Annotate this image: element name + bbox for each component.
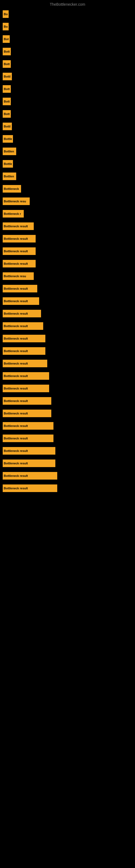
bar-13: Bottlen [3, 173, 16, 180]
bar-row: Bottleneck result [3, 260, 132, 268]
bar-1: Bo [3, 23, 9, 30]
bar-row: Bottleneck r [3, 210, 132, 218]
bar-label-29: Bottleneck result [4, 374, 28, 378]
bar-row: Bottle [3, 135, 132, 143]
bar-row: Bottle [3, 160, 132, 167]
bar-11: Bottlen [3, 148, 16, 155]
bar-26: Bottleneck result [3, 335, 45, 342]
bar-row: Bottleneck result [3, 335, 132, 342]
bar-row: Bottleneck result [3, 360, 132, 367]
bar-2: Bot [3, 35, 10, 43]
bar-row: Bott [3, 110, 132, 118]
bar-row: Bottleneck result [3, 485, 132, 492]
site-title: TheBottlenecker.com [0, 0, 135, 8]
bar-label-7: Bott [4, 100, 10, 103]
bar-row: Bottleneck [3, 185, 132, 193]
bar-row: Bottleneck result [3, 472, 132, 479]
bar-3: Bott [3, 48, 11, 55]
bar-row: Bo [3, 23, 132, 30]
bar-row: Bottleneck result [3, 310, 132, 317]
bar-row: Bottleneck result [3, 372, 132, 380]
bar-label-6: Bott [4, 87, 10, 91]
bar-row: Bottleneck result [3, 285, 132, 292]
bar-label-11: Bottlen [4, 150, 14, 153]
bar-25: Bottleneck result [3, 322, 43, 330]
bar-31: Bottleneck result [3, 397, 51, 405]
bar-label-30: Bottleneck result [4, 387, 28, 390]
bar-20: Bottleneck result [3, 260, 36, 268]
bar-label-34: Bottleneck result [4, 437, 28, 440]
bar-label-2: Bot [4, 37, 9, 41]
bar-label-24: Bottleneck result [4, 312, 28, 315]
bar-0: Bo [3, 10, 9, 18]
bar-5: Bottl [3, 73, 12, 80]
bar-row: Bo [3, 10, 132, 18]
bar-label-14: Bottleneck [4, 187, 19, 190]
bar-row: Bottleneck resu [3, 272, 132, 280]
bar-row: Bott [3, 85, 132, 93]
bar-36: Bottleneck result [3, 460, 55, 467]
bar-row: Bot [3, 35, 132, 43]
bar-label-27: Bottleneck result [4, 349, 28, 352]
bar-label-32: Bottleneck result [4, 412, 28, 415]
bar-label-15: Bottleneck resu [4, 199, 26, 203]
bar-label-18: Bottleneck result [4, 237, 28, 240]
bar-21: Bottleneck resu [3, 272, 34, 280]
bar-label-13: Bottlen [4, 175, 14, 178]
bar-22: Bottleneck result [3, 285, 37, 292]
bar-4: Bott [3, 60, 11, 68]
bar-row: Bottleneck result [3, 410, 132, 417]
bar-35: Bottleneck result [3, 447, 55, 455]
bar-label-37: Bottleneck result [4, 474, 28, 477]
bar-label-8: Bott [4, 112, 10, 116]
bar-6: Bott [3, 85, 11, 93]
bar-label-12: Bottle [4, 162, 12, 165]
bar-label-36: Bottleneck result [4, 462, 28, 465]
bar-row: Bottleneck result [3, 235, 132, 243]
bar-27: Bottleneck result [3, 347, 45, 355]
bar-10: Bottle [3, 135, 13, 143]
bar-row: Bottleneck result [3, 347, 132, 355]
bar-label-31: Bottleneck result [4, 399, 28, 403]
bar-row: Bottleneck result [3, 247, 132, 255]
bar-label-28: Bottleneck result [4, 362, 28, 365]
bar-label-10: Bottle [4, 137, 12, 141]
bar-33: Bottleneck result [3, 422, 53, 430]
bar-38: Bottleneck result [3, 485, 57, 492]
bar-row: Bottleneck result [3, 422, 132, 430]
bar-32: Bottleneck result [3, 410, 51, 417]
bar-label-20: Bottleneck result [4, 262, 28, 265]
bar-7: Bott [3, 98, 11, 105]
bar-15: Bottleneck resu [3, 197, 30, 205]
bar-label-38: Bottleneck result [4, 487, 28, 490]
bar-row: Bottleneck result [3, 447, 132, 455]
bar-16: Bottleneck r [3, 210, 24, 218]
bar-label-17: Bottleneck result [4, 225, 28, 228]
bar-label-22: Bottleneck result [4, 287, 28, 290]
bar-row: Bott [3, 98, 132, 105]
bar-row: Bottl [3, 123, 132, 130]
bar-18: Bottleneck result [3, 235, 36, 243]
bar-row: Bottlen [3, 173, 132, 180]
bar-row: Bottleneck resu [3, 197, 132, 205]
bar-28: Bottleneck result [3, 360, 47, 367]
bar-9: Bottl [3, 123, 12, 130]
bar-label-4: Bott [4, 62, 10, 66]
bar-label-26: Bottleneck result [4, 337, 28, 340]
bar-row: Bottleneck result [3, 322, 132, 330]
bar-row: Bottleneck result [3, 397, 132, 405]
bar-row: Bottleneck result [3, 460, 132, 467]
bar-label-35: Bottleneck result [4, 449, 28, 453]
bar-label-3: Bott [4, 50, 10, 53]
bar-19: Bottleneck result [3, 247, 36, 255]
bar-29: Bottleneck result [3, 372, 49, 380]
bar-label-25: Bottleneck result [4, 324, 28, 328]
bar-row: Bottleneck result [3, 435, 132, 442]
bar-label-0: Bo [4, 12, 8, 16]
bar-label-16: Bottleneck r [4, 212, 21, 215]
bar-row: Bott [3, 60, 132, 68]
bars-container: BoBoBotBottBottBottlBottBottBottBottlBot… [0, 8, 135, 500]
bar-label-23: Bottleneck result [4, 300, 28, 303]
bar-row: Bottl [3, 73, 132, 80]
bar-23: Bottleneck result [3, 297, 39, 305]
